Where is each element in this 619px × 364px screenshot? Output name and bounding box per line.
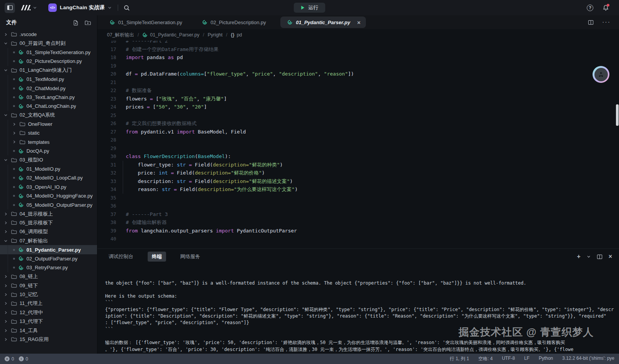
tree-item[interactable]: 06_调用模型: [0, 227, 97, 236]
statusbar-item[interactable]: 3.12.2 64-bit ('shims': pye: [562, 356, 614, 362]
code-line-content: # 数据准备: [126, 86, 152, 95]
explorer-header: 文件: [0, 15, 97, 30]
modified-dot: [13, 150, 15, 152]
code-line-content: df = pd.DataFrame(columns=["flower_type"…: [126, 70, 354, 78]
breadcrumb-item[interactable]: 07_解析输出: [107, 32, 134, 38]
terminal-line: [105, 287, 619, 293]
tree-item-label: 01_Pydantic_Parser.py: [26, 247, 81, 253]
code-line-content: from langchain.output_parsers import Pyd…: [126, 227, 297, 235]
close-panel-icon[interactable]: ×: [609, 253, 612, 260]
tree-item-label: 00_开篇词_奇点时刻: [20, 40, 66, 47]
statusbar-item[interactable]: LF: [524, 356, 530, 362]
problems-errors[interactable]: × 0: [5, 356, 14, 362]
tree-item[interactable]: 01_LangChain快速入门: [0, 66, 97, 75]
breadcrumb-label: 01_Pydantic_Parser.py: [150, 32, 199, 38]
statusbar-item[interactable]: Python: [539, 356, 553, 362]
chevron-right-icon: [4, 329, 8, 333]
statusbar-item[interactable]: UTF-8: [502, 356, 515, 362]
tree-item[interactable]: DocQA.py: [0, 147, 97, 155]
statusbar-item[interactable]: 行 1, 列 1: [450, 356, 469, 362]
file-explorer-sidebar: 文件 .vscode00_开篇词_奇点时刻01_SimpleTextGenera…: [0, 15, 97, 354]
tree-item[interactable]: 15_RAG应用: [0, 335, 97, 344]
breadcrumb-item[interactable]: {}pd: [231, 32, 242, 38]
search-button[interactable]: [123, 5, 130, 11]
code-line: 34 reason: str = Field(description="为什么要…: [97, 185, 619, 194]
tree-item[interactable]: 03_RetryParser.py: [0, 263, 97, 272]
notifications-button[interactable]: [603, 5, 609, 11]
split-editor-icon[interactable]: [588, 20, 594, 25]
problems-warnings[interactable]: ! 0: [19, 356, 28, 362]
code-editor[interactable]: 16# ------Part 217# 创建一个空的DataFrame用于存储结…: [97, 41, 619, 249]
editor-tab-label: 01_SimpleTextGeneration.py: [118, 20, 182, 25]
tree-item[interactable]: static: [0, 128, 97, 137]
panel-tab[interactable]: 调试控制台: [104, 252, 138, 262]
code-line: 31 flower_type: str = Field(description=…: [97, 161, 619, 169]
breadcrumb-item[interactable]: 01_Pydantic_Parser.py: [142, 32, 199, 38]
editor-tab[interactable]: 01_SimpleTextGeneration.py: [100, 15, 192, 29]
tree-item[interactable]: 04_ModelIO_HuggingFace.py: [0, 191, 97, 200]
tree-item[interactable]: 03_OpenAI_IO.py: [0, 183, 97, 191]
tree-item[interactable]: 02_OutputFixParser.py: [0, 254, 97, 263]
tree-item[interactable]: 02_文档QA系统: [0, 111, 97, 120]
tree-item[interactable]: 02_ChatModel.py: [0, 84, 97, 92]
new-file-icon[interactable]: [73, 20, 79, 26]
ai-assistant-button[interactable]: [593, 66, 609, 83]
chevron-down-icon: [4, 113, 8, 117]
tree-item[interactable]: 14_工具: [0, 326, 97, 335]
tree-item[interactable]: 11_代理上: [0, 299, 97, 308]
folder-icon: [11, 274, 17, 279]
panel-tab[interactable]: 终端: [148, 252, 166, 262]
tree-item[interactable]: 01_TextModel.py: [0, 75, 97, 84]
tree-item[interactable]: .vscode: [0, 30, 97, 39]
tree-item-label: 04_提示模板上: [20, 211, 53, 217]
tree-item[interactable]: 02_ModelIO_LoopCall.py: [0, 173, 97, 182]
code-line: 24prices = ["50", "30", "20"]: [97, 103, 619, 111]
folder-icon: [20, 130, 25, 135]
help-button[interactable]: ?: [587, 5, 593, 11]
run-button[interactable]: 运行: [294, 3, 325, 13]
tree-item[interactable]: templates: [0, 138, 97, 147]
editor-tab[interactable]: 02_PictureDescription.py: [192, 15, 276, 29]
tree-item[interactable]: 05_提示模板下: [0, 218, 97, 227]
statusbar-right: 行 1, 列 1空格: 4UTF-8LFPython3.12.2 64-bit …: [450, 356, 614, 362]
tree-item[interactable]: 13_代理下: [0, 317, 97, 326]
tree-item[interactable]: 08_链上: [0, 272, 97, 281]
tree-item[interactable]: 01_Pydantic_Parser.py: [0, 245, 97, 254]
tree-item[interactable]: OneFlower: [0, 120, 97, 128]
tree-item[interactable]: 10_记忆: [0, 290, 97, 299]
sidebar-toggle-button[interactable]: [5, 3, 15, 13]
python-file-icon: [18, 175, 24, 181]
editor-scrollbar-thumb[interactable]: [616, 104, 619, 126]
new-folder-icon[interactable]: [85, 20, 91, 26]
panel-tab[interactable]: 网络服务: [176, 252, 204, 262]
close-tab-icon[interactable]: ×: [357, 19, 361, 26]
terminal-dropdown-icon[interactable]: [587, 255, 591, 259]
tree-item[interactable]: 03_TextLangChain.py: [0, 93, 97, 102]
tree-item[interactable]: 04_提示模板上: [0, 209, 97, 218]
tree-item[interactable]: 02_PictureDescription.py: [0, 57, 97, 66]
tree-item[interactable]: 09_链下: [0, 281, 97, 290]
tree-item[interactable]: 07_解析输出: [0, 236, 97, 245]
line-number: 20: [97, 70, 116, 78]
tree-item[interactable]: 03_模型IO: [0, 155, 97, 164]
line-number: 34: [97, 185, 116, 194]
split-terminal-icon[interactable]: [597, 254, 603, 260]
python-file-icon: [18, 59, 24, 64]
breadcrumb-item[interactable]: Pyright: [207, 32, 222, 38]
code-line-content: prices = ["50", "30", "20"]: [126, 103, 207, 111]
tree-item[interactable]: 05_ModelIO_OutputParser.py: [0, 200, 97, 209]
terminal-output[interactable]: the object {"foo": ["bar", "baz"]} is a …: [97, 264, 619, 354]
editor-tab[interactable]: 01_Pydantic_Parser.py×: [280, 16, 365, 28]
statusbar-item[interactable]: 空格: 4: [478, 356, 492, 362]
more-actions-icon[interactable]: ···: [602, 19, 611, 26]
tree-item[interactable]: 01_ModelIO.py: [0, 165, 97, 173]
tree-item[interactable]: 01_SimpleTextGeneration.py: [0, 48, 97, 57]
workspace-switcher[interactable]: </> LangChain 实战课: [48, 3, 112, 12]
tree-item[interactable]: 12_代理中: [0, 308, 97, 317]
tree-item[interactable]: 00_开篇词_奇点时刻: [0, 39, 97, 48]
app-menu[interactable]: [20, 5, 37, 11]
modified-dot: [13, 78, 15, 80]
tree-item[interactable]: 04_ChatLongChain.py: [0, 102, 97, 110]
new-terminal-icon[interactable]: +: [577, 253, 580, 260]
breadcrumb-label: pd: [237, 32, 242, 38]
